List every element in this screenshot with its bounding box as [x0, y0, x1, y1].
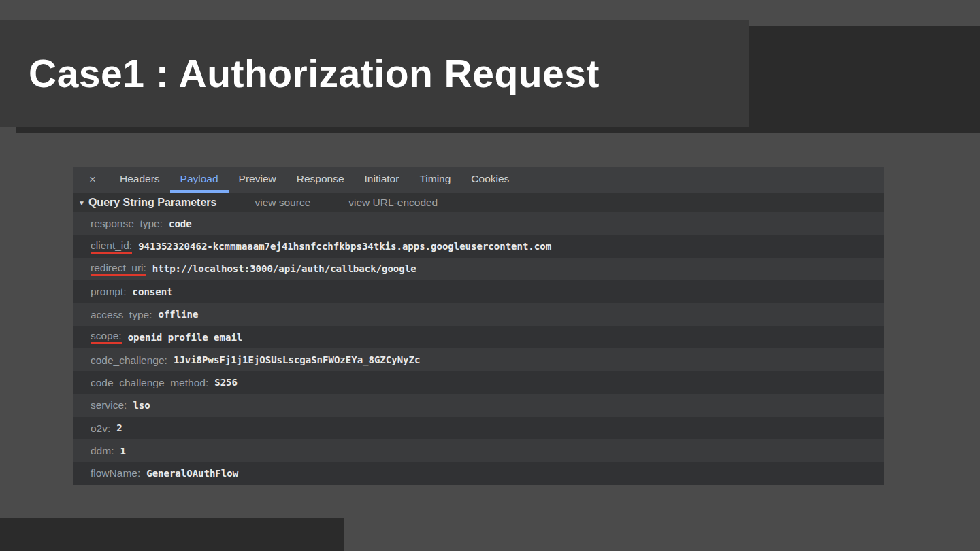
- param-row: service: lso: [73, 394, 884, 416]
- param-name: prompt:: [91, 286, 127, 297]
- view-source-link[interactable]: view source: [255, 197, 310, 209]
- tab-response[interactable]: Response: [287, 167, 355, 193]
- tab-headers[interactable]: Headers: [110, 167, 170, 193]
- tab-label: Preview: [239, 173, 276, 185]
- param-value: S256: [214, 377, 238, 388]
- param-row: ddm: 1: [73, 439, 884, 462]
- param-value: consent: [133, 286, 173, 297]
- param-name: code_challenge_method:: [91, 377, 208, 388]
- bottom-card: [0, 518, 344, 551]
- param-row: flowName: GeneralOAuthFlow: [73, 462, 884, 484]
- title-card: Case1 : Authorization Request: [0, 20, 749, 127]
- param-value: lso: [133, 400, 150, 411]
- tab-preview[interactable]: Preview: [229, 167, 287, 193]
- tab-payload[interactable]: Payload: [170, 167, 229, 193]
- param-name: client_id:: [91, 239, 132, 254]
- param-row: access_type: offline: [73, 303, 884, 326]
- disclosure-triangle-icon[interactable]: ▼: [78, 199, 85, 207]
- view-url-encoded-link[interactable]: view URL-encoded: [348, 197, 438, 209]
- param-row: response_type: code: [73, 212, 884, 235]
- tab-cookies[interactable]: Cookies: [461, 167, 519, 193]
- param-row: code_challenge_method: S256: [73, 371, 884, 394]
- param-value: GeneralOAuthFlow: [146, 468, 238, 479]
- param-row: client_id: 941352320462-kcmmmaaam7ej41hs…: [73, 235, 884, 257]
- param-value: openid profile email: [128, 332, 243, 343]
- param-value: http://localhost:3000/api/auth/callback/…: [152, 263, 416, 274]
- param-name: scope:: [91, 330, 122, 344]
- param-name: o2v:: [91, 422, 110, 434]
- tab-label: Cookies: [471, 173, 509, 185]
- query-string-section-header: ▼ Query String Parameters view source vi…: [73, 193, 884, 212]
- params-list: response_type: code client_id: 941352320…: [73, 212, 884, 485]
- tab-strip: HeadersPayloadPreviewResponseInitiatorTi…: [110, 167, 519, 193]
- slide: Case1 : Authorization Request × HeadersP…: [0, 0, 980, 551]
- param-name: code_challenge:: [91, 354, 167, 366]
- param-name: ddm:: [91, 445, 114, 456]
- param-row: redirect_uri: http://localhost:3000/api/…: [73, 258, 884, 280]
- param-value: 941352320462-kcmmmaaam7ej41hsnfcchfkbps3…: [138, 241, 551, 252]
- param-name: service:: [91, 399, 127, 411]
- devtools-panel: × HeadersPayloadPreviewResponseInitiator…: [73, 167, 884, 485]
- param-row: scope: openid profile email: [73, 326, 884, 348]
- param-row: prompt: consent: [73, 280, 884, 303]
- param-name: redirect_uri:: [91, 262, 146, 276]
- tab-label: Initiator: [365, 173, 399, 185]
- section-title: Query String Parameters: [88, 197, 217, 209]
- tab-label: Headers: [120, 173, 160, 185]
- tab-label: Timing: [419, 173, 451, 185]
- param-name: access_type:: [91, 309, 152, 320]
- param-name: flowName:: [91, 467, 140, 479]
- tab-label: Response: [297, 173, 344, 185]
- close-icon[interactable]: ×: [84, 167, 101, 193]
- param-value: 1Jvi8PwsFj1j1EjOSUsLscgaSnFWOzEYa_8GZCyN…: [174, 354, 420, 365]
- param-value: 2: [116, 422, 122, 433]
- param-value: code: [169, 218, 192, 229]
- param-value: 1: [120, 446, 125, 456]
- param-name: response_type:: [91, 218, 163, 229]
- tab-timing[interactable]: Timing: [409, 167, 461, 193]
- slide-title: Case1 : Authorization Request: [29, 51, 600, 96]
- devtools-tabbar: × HeadersPayloadPreviewResponseInitiator…: [73, 167, 884, 193]
- tab-label: Payload: [180, 173, 218, 185]
- tab-initiator[interactable]: Initiator: [355, 167, 410, 193]
- param-row: code_challenge: 1Jvi8PwsFj1j1EjOSUsLscga…: [73, 348, 884, 371]
- param-value: offline: [158, 309, 198, 320]
- param-row: o2v: 2: [73, 417, 884, 439]
